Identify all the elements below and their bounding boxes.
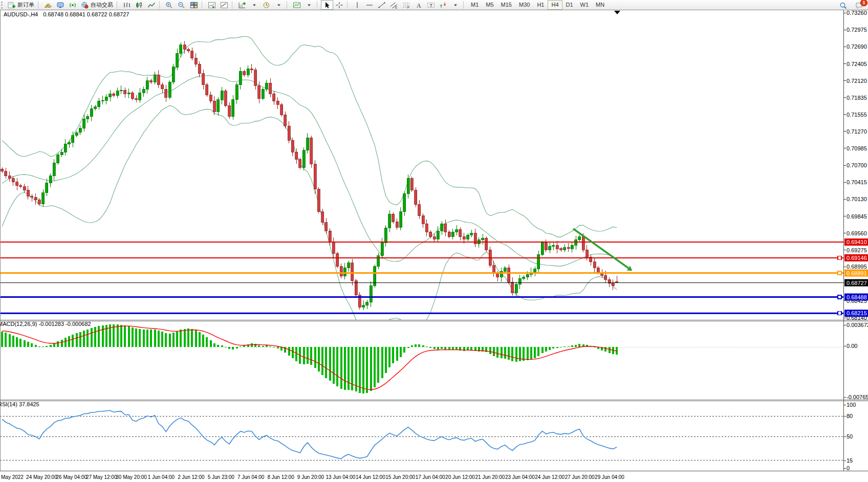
bollinger-lower-band[interactable] xyxy=(2,105,617,347)
strategy-tester-button[interactable] xyxy=(206,0,218,10)
cursor-button[interactable] xyxy=(321,0,333,10)
toolbar-separator xyxy=(317,1,319,9)
line-chart-button[interactable] xyxy=(145,0,158,10)
timeframe-m5[interactable]: M5 xyxy=(482,0,497,10)
price-tick-label: 0.70415 xyxy=(847,179,867,185)
indicator-axes[interactable]: 0.0036720.00-0.0076561008050150 xyxy=(843,322,868,471)
time-tick-label: 26 May 04:00 xyxy=(56,474,87,480)
toolbar-separator xyxy=(38,1,40,9)
time-tick-label: 27 May 12:00 xyxy=(86,474,117,480)
deposit-button[interactable] xyxy=(42,0,54,10)
autotrading-button[interactable]: 自动交易 xyxy=(79,0,115,10)
channel-icon: E xyxy=(390,2,398,9)
time-tick-label: 2 Jun 12:00 xyxy=(178,474,205,480)
history-caret[interactable] xyxy=(273,0,285,10)
price-tick-label: 0.71555 xyxy=(847,112,867,118)
line-drag-handle[interactable] xyxy=(838,295,841,299)
timeframe-mn[interactable]: MN xyxy=(592,0,608,10)
text-button[interactable]: A xyxy=(413,0,425,10)
current-price-box[interactable]: 0.68727 xyxy=(844,279,868,287)
price-axis[interactable]: 0.732600.729750.726900.724050.721200.718… xyxy=(838,10,868,321)
time-tick-label: 7 Jun 04:00 xyxy=(237,474,265,480)
svg-text:T: T xyxy=(430,3,433,8)
history-center-button[interactable] xyxy=(261,0,273,10)
price-box-0.68215[interactable]: 0.68215 xyxy=(844,310,868,317)
step-forward-button[interactable] xyxy=(218,0,230,10)
new-chart-caret[interactable] xyxy=(248,0,261,10)
rsi-line[interactable] xyxy=(2,410,617,458)
price-box-0.69146[interactable]: 0.69146 xyxy=(844,254,868,261)
notification-badge: 1 xyxy=(860,0,867,6)
toolbar: 新订单自动交易EFATM1M5M15M30H1H4D1W1MN1 xyxy=(0,0,868,10)
zoom-out-button[interactable] xyxy=(176,0,188,10)
horizontal-line-button[interactable] xyxy=(363,0,376,10)
candle-chart-button[interactable] xyxy=(133,0,145,10)
tile-windows-button[interactable] xyxy=(188,0,200,10)
text-icon: A xyxy=(415,2,423,9)
price-tick-label: 0.71835 xyxy=(847,95,867,101)
new-chart-button[interactable] xyxy=(236,0,248,10)
new-order-button[interactable]: 新订单 xyxy=(6,0,36,10)
indicator-axis-label: 15 xyxy=(847,457,853,464)
price-box-0.68891[interactable]: 0.68891 xyxy=(844,270,868,277)
crosshair-button[interactable] xyxy=(333,0,345,10)
indicators-caret[interactable] xyxy=(303,0,315,10)
svg-text:A: A xyxy=(417,2,421,9)
svg-text:0.68891: 0.68891 xyxy=(847,270,867,276)
vertical-line-button[interactable] xyxy=(351,0,363,10)
chart-canvas[interactable]: 0.732600.729750.726900.724050.721200.718… xyxy=(0,0,868,482)
chart-shift-marker[interactable] xyxy=(614,11,620,14)
time-axis[interactable]: May 202224 May 20:0026 May 04:0027 May 1… xyxy=(1,474,624,480)
price-tick-label: 0.69560 xyxy=(847,230,867,236)
time-tick-label: 8 Jun 12:00 xyxy=(267,474,294,480)
arrows-button[interactable] xyxy=(437,0,449,10)
line-drag-handle[interactable] xyxy=(838,312,841,315)
timeframe-h1[interactable]: H1 xyxy=(533,0,548,10)
price-tick-label: 0.69845 xyxy=(847,213,867,220)
timeframe-w1[interactable]: W1 xyxy=(577,0,593,10)
time-tick-label: 9 Jun 20:00 xyxy=(297,474,324,480)
time-tick-label: 27 Jun 20:00 xyxy=(565,474,595,480)
text-label-button[interactable]: T xyxy=(425,0,437,10)
timeframe-d1[interactable]: D1 xyxy=(562,0,577,10)
toolbar-separator xyxy=(202,1,204,9)
timeframe-m15[interactable]: M15 xyxy=(497,0,515,10)
timeframe-h4[interactable]: H4 xyxy=(548,0,562,10)
chart-symbol-period: AUDUSD-,H4 xyxy=(4,11,38,17)
svg-text:0.68488: 0.68488 xyxy=(847,294,867,300)
search-button[interactable] xyxy=(837,1,850,10)
price-box-0.68488[interactable]: 0.68488 xyxy=(844,294,868,301)
bollinger-middle-band[interactable] xyxy=(2,76,617,266)
indicator-axis-label: 0 xyxy=(847,465,850,471)
price-tick-label: 0.70700 xyxy=(847,162,867,168)
gold-icon xyxy=(44,2,52,9)
trendline-button[interactable] xyxy=(376,0,388,10)
timeframe-m1[interactable]: M1 xyxy=(467,0,482,10)
price-box-0.69410[interactable]: 0.69410 xyxy=(844,238,868,246)
zoom-in-button[interactable] xyxy=(163,0,176,10)
bar-chart-button[interactable] xyxy=(121,0,133,10)
rsi-panel xyxy=(0,410,843,461)
line-drag-handle[interactable] xyxy=(838,271,841,275)
notifications-button[interactable]: 1 xyxy=(853,1,865,10)
bollinger-upper-band[interactable] xyxy=(2,36,617,237)
timeframe-m30[interactable]: M30 xyxy=(515,0,533,10)
price-tick-label: 0.68995 xyxy=(847,264,867,270)
time-tick-label: 15 Jun 20:00 xyxy=(385,474,415,480)
signals-button[interactable] xyxy=(67,0,79,10)
toolbar-separator xyxy=(159,1,162,9)
indicator-axis-label: 50 xyxy=(847,433,853,440)
time-tick-label: May 2022 xyxy=(1,474,24,480)
indicators-button[interactable] xyxy=(291,0,303,10)
line-drag-handle[interactable] xyxy=(838,256,841,259)
macd-panel xyxy=(0,324,843,393)
time-tick-label: 14 Jun 12:00 xyxy=(356,474,385,480)
market-watch-button[interactable] xyxy=(54,0,67,10)
channel-button[interactable]: E xyxy=(388,0,400,10)
trendline-icon xyxy=(378,2,386,9)
time-tick-label: 20 Jun 12:00 xyxy=(445,474,475,480)
arrows-caret[interactable] xyxy=(449,0,462,10)
toolbar-grip xyxy=(1,2,5,9)
fibonacci-button[interactable]: F xyxy=(400,0,413,10)
caret-down-icon xyxy=(275,2,283,9)
